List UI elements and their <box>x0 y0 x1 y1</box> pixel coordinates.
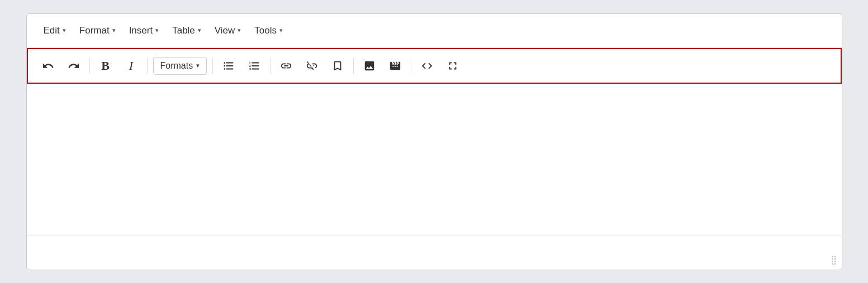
menu-format-chevron: ▾ <box>112 27 116 34</box>
code-button[interactable] <box>415 54 439 78</box>
menu-insert[interactable]: Insert ▾ <box>124 22 165 40</box>
redo-button[interactable] <box>61 54 86 78</box>
link-button[interactable] <box>274 54 298 78</box>
fullscreen-button[interactable] <box>440 54 465 78</box>
menu-edit-label: Edit <box>44 25 60 36</box>
divider-2 <box>147 58 148 74</box>
menu-table-label: Table <box>172 25 195 36</box>
formats-dropdown[interactable]: Formats ▾ <box>153 57 207 75</box>
menu-table[interactable]: Table ▾ <box>167 22 207 40</box>
bookmark-button[interactable] <box>325 54 350 78</box>
bullet-list-icon <box>222 60 235 72</box>
menu-format-label: Format <box>79 25 110 36</box>
divider-1 <box>89 58 90 74</box>
italic-button[interactable]: I <box>119 54 144 78</box>
bold-button[interactable]: B <box>93 54 118 78</box>
menu-edit[interactable]: Edit ▾ <box>38 22 72 40</box>
code-icon <box>421 60 433 72</box>
divider-5 <box>353 58 354 74</box>
divider-6 <box>411 58 411 74</box>
menu-table-chevron: ▾ <box>198 27 201 34</box>
toolbar: B I Formats ▾ <box>27 48 842 84</box>
italic-icon: I <box>129 59 133 73</box>
divider-3 <box>212 58 213 74</box>
menu-tools-label: Tools <box>254 25 277 36</box>
bullet-list-button[interactable] <box>216 54 241 78</box>
image-button[interactable] <box>357 54 382 78</box>
editor-body[interactable] <box>27 84 842 236</box>
bookmark-icon <box>331 60 344 72</box>
menu-tools-chevron: ▾ <box>279 27 283 34</box>
redo-icon <box>68 60 80 72</box>
menu-insert-chevron: ▾ <box>155 27 159 34</box>
menu-view[interactable]: View ▾ <box>209 22 247 40</box>
divider-4 <box>270 58 271 74</box>
formats-label: Formats <box>160 61 193 71</box>
image-icon <box>363 60 376 72</box>
formats-chevron-icon: ▾ <box>196 62 200 69</box>
media-icon <box>389 60 401 72</box>
resize-handle[interactable]: ⣿ <box>831 255 837 265</box>
bold-icon: B <box>101 59 110 73</box>
menu-bar: Edit ▾ Format ▾ Insert ▾ Table ▾ View ▾ … <box>27 14 842 48</box>
numbered-list-button[interactable] <box>242 54 267 78</box>
unlink-icon <box>306 60 318 72</box>
menu-view-chevron: ▾ <box>238 27 241 34</box>
undo-button[interactable] <box>36 54 60 78</box>
media-button[interactable] <box>383 54 407 78</box>
menu-tools[interactable]: Tools ▾ <box>249 22 288 40</box>
menu-edit-chevron: ▾ <box>63 27 66 34</box>
numbered-list-icon <box>248 60 260 72</box>
fullscreen-icon <box>447 60 459 72</box>
undo-icon <box>42 60 54 72</box>
editor-container: Edit ▾ Format ▾ Insert ▾ Table ▾ View ▾ … <box>26 13 842 270</box>
menu-view-label: View <box>215 25 235 36</box>
menu-format[interactable]: Format ▾ <box>74 22 121 40</box>
link-icon <box>280 60 292 72</box>
unlink-button[interactable] <box>300 54 324 78</box>
editor-footer: ⣿ <box>27 236 842 270</box>
menu-insert-label: Insert <box>129 25 153 36</box>
